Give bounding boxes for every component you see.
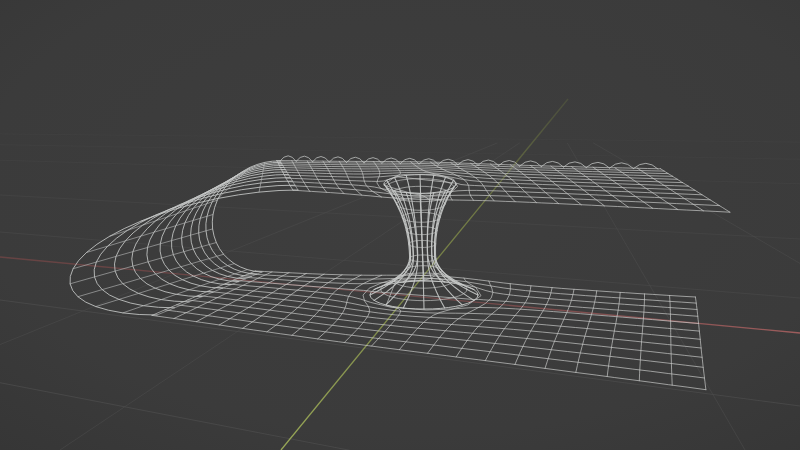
viewport-background xyxy=(0,0,800,450)
viewport-canvas[interactable] xyxy=(0,0,800,450)
3d-viewport xyxy=(0,0,800,450)
